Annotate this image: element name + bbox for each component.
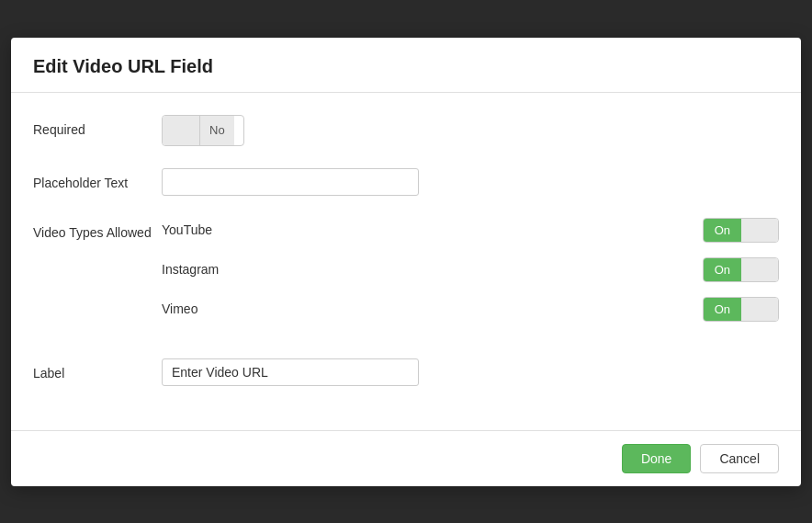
vimeo-label: Vimeo	[162, 301, 345, 316]
required-toggle-left[interactable]	[163, 116, 199, 145]
video-types-container: YouTube On Instagram On	[162, 218, 779, 336]
vimeo-toggle[interactable]: On	[703, 297, 779, 322]
placeholder-text-label: Placeholder Text	[33, 168, 162, 190]
instagram-toggle-on[interactable]: On	[704, 258, 741, 281]
placeholder-text-row: Placeholder Text	[33, 168, 779, 196]
vimeo-toggle-off[interactable]	[741, 298, 778, 321]
vimeo-toggle-on[interactable]: On	[704, 298, 741, 321]
modal-header: Edit Video URL Field	[11, 38, 801, 93]
required-label: Required	[33, 115, 162, 137]
youtube-toggle-off[interactable]	[741, 219, 778, 242]
instagram-label: Instagram	[162, 262, 345, 277]
modal-title: Edit Video URL Field	[33, 56, 779, 77]
youtube-toggle-on[interactable]: On	[704, 219, 741, 242]
label-row: Label	[33, 358, 779, 386]
instagram-row: Instagram On	[162, 257, 779, 282]
youtube-label: YouTube	[162, 222, 345, 237]
label-field-control	[162, 358, 779, 386]
placeholder-text-input[interactable]	[162, 168, 419, 196]
label-field-label: Label	[33, 358, 162, 381]
youtube-row: YouTube On	[162, 218, 779, 243]
youtube-toggle[interactable]: On	[703, 218, 779, 243]
modal-body: Required No Placeholder Text Video Types…	[11, 93, 801, 430]
required-toggle[interactable]: No	[162, 115, 244, 146]
edit-video-url-modal: Edit Video URL Field Required No Placeho…	[11, 38, 801, 486]
cancel-button[interactable]: Cancel	[700, 444, 779, 473]
done-button[interactable]: Done	[622, 444, 691, 473]
label-input[interactable]	[162, 358, 419, 386]
instagram-toggle[interactable]: On	[703, 257, 779, 282]
required-toggle-no[interactable]: No	[199, 116, 234, 145]
modal-overlay: Edit Video URL Field Required No Placeho…	[0, 0, 812, 523]
vimeo-row: Vimeo On	[162, 297, 779, 322]
video-types-row: Video Types Allowed YouTube On Instagram	[33, 218, 779, 336]
placeholder-text-control	[162, 168, 779, 196]
modal-footer: Done Cancel	[11, 430, 801, 486]
video-types-label: Video Types Allowed	[33, 218, 162, 240]
required-row: Required No	[33, 115, 779, 146]
instagram-toggle-off[interactable]	[741, 258, 778, 281]
required-control: No	[162, 115, 779, 146]
